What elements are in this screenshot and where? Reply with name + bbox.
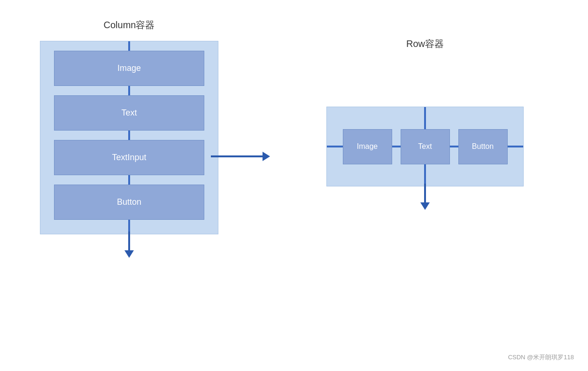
main-container: Column容器 Image Text TextInput Button [0,0,588,371]
watermark: CSDN @米开朗琪罗118 [508,353,574,362]
v-arrow-line [128,232,130,250]
column-section: Column容器 Image Text TextInput Button [28,19,230,234]
row-v-arrow-head-down [420,202,430,210]
column-item-textinput: TextInput [54,140,204,175]
v-arrow-head-down [124,250,134,258]
row-item-button: Button [458,129,508,164]
row-item-image: Image [343,129,392,164]
column-item-image: Image [54,51,204,86]
row-title: Row容器 [406,38,444,50]
h-arrow-head [263,152,270,161]
column-down-arrow [124,232,134,258]
column-outer-container: Image Text TextInput Button [40,41,218,234]
row-v-arrow-line [424,184,426,202]
horizontal-arrow [211,152,270,161]
row-item-text: Text [401,129,450,164]
column-item-text: Text [54,95,204,131]
column-item-button: Button [54,185,204,220]
row-down-arrow [420,184,430,210]
row-section: Row容器 Image Text Button [324,38,526,186]
row-outer-container: Image Text Button [326,107,524,186]
column-title: Column容器 [104,19,155,31]
h-arrow-line [211,155,263,157]
